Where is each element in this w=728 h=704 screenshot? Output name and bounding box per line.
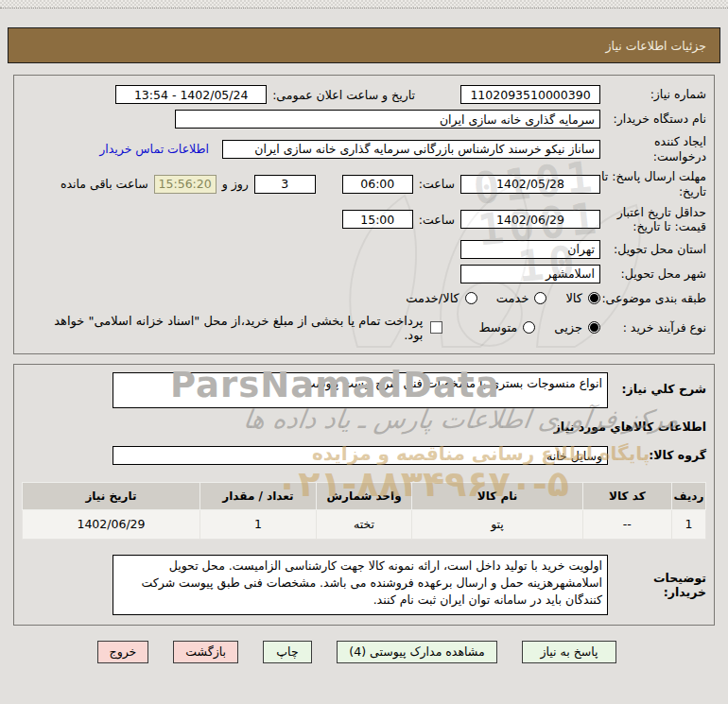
- need-description-row: شرح کلي نیاز: انواع منسوجات بستری با مشخ…: [22, 372, 706, 408]
- goods-group-label: گروه کالا:: [608, 448, 706, 462]
- announce-datetime-label: تاریخ و ساعت اعلان عمومی:: [267, 88, 421, 102]
- price-validity-row: حداقل تاریخ اعتبار قیمت: تا تاریخ: 1402/…: [22, 205, 706, 234]
- treasury-payment-label: پرداخت تمام یا بخشی از مبلغ خرید،از محل …: [41, 314, 423, 342]
- general-info-section: شماره نیاز: 1102093510000390 تاریخ و ساع…: [13, 75, 715, 354]
- goods-group-row: گروه کالا: وسایل خانه: [22, 446, 706, 465]
- buyer-org-field[interactable]: سرمایه گذاری خانه سازی ایران: [175, 110, 600, 129]
- deadline-hour-label: ساعت:: [413, 177, 460, 191]
- goods-info-header-row: اطلاعات کالاهاي مورد نیاز: [22, 418, 706, 437]
- category-option-goods-label: کالا: [565, 291, 582, 305]
- deadline-date-field[interactable]: 1402/05/28: [460, 175, 600, 194]
- need-details-section: شرح کلي نیاز: انواع منسوجات بستری با مشخ…: [13, 364, 715, 626]
- action-buttons-row: پاسخ به نیاز مشاهده مدارک پیوستی (4) چاپ…: [0, 641, 616, 663]
- delivery-province-row: استان محل تحویل: تهران: [22, 240, 706, 259]
- purchase-process-row: نوع فرآیند خرید : جزیی متوسط پرداخت تمام…: [22, 314, 706, 342]
- days-remaining-field: 3: [254, 175, 316, 194]
- buyer-notes-label: توضیحات خریدار:: [608, 571, 706, 599]
- treasury-payment-option[interactable]: پرداخت تمام یا بخشی از مبلغ خرید،از محل …: [41, 314, 442, 342]
- validity-time-field[interactable]: 15:00: [342, 210, 413, 229]
- category-option-goods-service[interactable]: کالا/خدمت: [406, 291, 477, 305]
- category-option-goods-service-label: کالا/خدمت: [406, 291, 459, 305]
- validity-date-field[interactable]: 1402/06/29: [460, 210, 600, 229]
- process-option-medium-label: متوسط: [478, 320, 517, 335]
- process-option-minor-label: جزیی: [554, 320, 582, 335]
- announce-datetime-field[interactable]: 1402/05/24 - 13:54: [115, 85, 267, 104]
- subject-category-label: طبقه بندی موضوعی:: [600, 291, 706, 306]
- print-button[interactable]: چاپ: [263, 641, 312, 663]
- need-number-label: شماره نیاز:: [600, 87, 706, 102]
- delivery-city-field[interactable]: اسلامشهر: [460, 265, 600, 283]
- col-item-name: نام کالا: [412, 482, 583, 509]
- radio-goods-icon[interactable]: [588, 292, 600, 304]
- subject-category-row: طبقه بندی موضوعی: کالا خدمت کالا/خدمت: [22, 289, 706, 308]
- radio-minor-icon[interactable]: [588, 321, 600, 334]
- response-deadline-label: مهلت ارسال پاسخ: تا تاریخ:: [600, 169, 706, 198]
- view-attachments-button[interactable]: مشاهده مدارک پیوستی (4): [337, 641, 497, 663]
- radio-goods-service-icon[interactable]: [465, 292, 477, 304]
- back-button[interactable]: بازگشت: [173, 641, 238, 663]
- category-option-service[interactable]: خدمت: [496, 291, 547, 305]
- goods-group-field[interactable]: وسایل خانه: [113, 446, 608, 465]
- page-title: جزئیات اطلاعات نیاز: [606, 39, 706, 53]
- buyer-org-label: نام دستگاه خریدار:: [600, 112, 706, 127]
- goods-table-wrap: ردیف کد کالا نام کالا واحد شمارش تعداد /…: [22, 482, 706, 540]
- buyer-notes-field[interactable]: اولویت خرید با تولید داخل است، ارائه نمو…: [113, 555, 608, 615]
- cell-item-name: پتو: [412, 509, 583, 539]
- buyer-contact-link[interactable]: اطلاعات تماس خریدار: [99, 142, 209, 156]
- page-top-texture: [0, 0, 728, 9]
- price-validity-label: حداقل تاریخ اعتبار قیمت: تا تاریخ:: [600, 205, 706, 234]
- delivery-province-field[interactable]: تهران: [460, 240, 600, 259]
- requester-label: ایجاد کننده درخواست:: [600, 134, 706, 163]
- countdown-label: ساعت باقی مانده: [55, 177, 154, 191]
- exit-button[interactable]: خروج: [97, 641, 149, 663]
- cell-item-code: --: [582, 509, 671, 539]
- cell-row-number: 1: [671, 509, 705, 539]
- process-option-minor[interactable]: جزیی: [554, 320, 600, 335]
- days-remaining-label: روز و: [217, 177, 254, 191]
- deadline-time-field[interactable]: 06:00: [342, 175, 413, 194]
- page-title-bar: جزئیات اطلاعات نیاز: [8, 27, 720, 63]
- requester-field[interactable]: ساناز نیکو خرسند کارشناس بازرگانی سرمایه…: [222, 140, 600, 159]
- delivery-city-row: شهر محل تحویل: اسلامشهر: [22, 265, 706, 283]
- col-quantity: تعداد / مقدار: [200, 482, 317, 509]
- cell-quantity: 1: [200, 509, 317, 539]
- cell-unit: تخته: [316, 509, 411, 539]
- need-number-field[interactable]: 1102093510000390: [460, 85, 600, 104]
- need-description-label: شرح کلي نیاز:: [608, 372, 706, 396]
- category-option-goods[interactable]: کالا: [565, 291, 600, 305]
- goods-info-header: اطلاعات کالاهاي مورد نیاز: [554, 420, 706, 434]
- tender-detail-page: جزئیات اطلاعات نیاز شماره نیاز: 11020935…: [0, 0, 728, 704]
- need-description-field[interactable]: انواع منسوجات بستری با مشخصات فنی شرح لی…: [113, 372, 608, 408]
- treasury-payment-checkbox[interactable]: [430, 321, 442, 334]
- goods-table: ردیف کد کالا نام کالا واحد شمارش تعداد /…: [22, 482, 706, 540]
- delivery-province-label: استان محل تحویل:: [600, 242, 706, 257]
- countdown-timer: 15:56:20: [154, 175, 217, 194]
- category-option-service-label: خدمت: [496, 291, 529, 305]
- goods-table-header-row: ردیف کد کالا نام کالا واحد شمارش تعداد /…: [23, 482, 706, 509]
- radio-service-icon[interactable]: [534, 292, 546, 304]
- process-option-medium[interactable]: متوسط: [478, 320, 535, 335]
- buyer-org-row: نام دستگاه خریدار: سرمایه گذاری خانه ساز…: [22, 110, 706, 129]
- requester-row: ایجاد کننده درخواست: ساناز نیکو خرسند کا…: [22, 134, 706, 163]
- col-item-code: کد کالا: [582, 482, 671, 509]
- buyer-notes-row: توضیحات خریدار: اولویت خرید با تولید داخ…: [22, 555, 706, 615]
- validity-hour-label: ساعت:: [413, 213, 460, 227]
- delivery-city-label: شهر محل تحویل:: [600, 266, 706, 282]
- table-row: 1 -- پتو تخته 1 1402/06/29: [23, 509, 706, 539]
- col-row-number: ردیف: [671, 482, 705, 509]
- respond-to-need-button[interactable]: پاسخ به نیاز: [522, 641, 616, 663]
- radio-medium-icon[interactable]: [523, 321, 535, 334]
- purchase-process-label: نوع فرآیند خرید :: [600, 320, 706, 335]
- response-deadline-row: مهلت ارسال پاسخ: تا تاریخ: 1402/05/28 سا…: [22, 169, 706, 198]
- cell-need-date: 1402/06/29: [23, 509, 200, 539]
- col-need-date: تاریخ نیاز: [23, 482, 200, 509]
- need-number-row: شماره نیاز: 1102093510000390 تاریخ و ساع…: [22, 85, 706, 104]
- col-unit: واحد شمارش: [316, 482, 411, 509]
